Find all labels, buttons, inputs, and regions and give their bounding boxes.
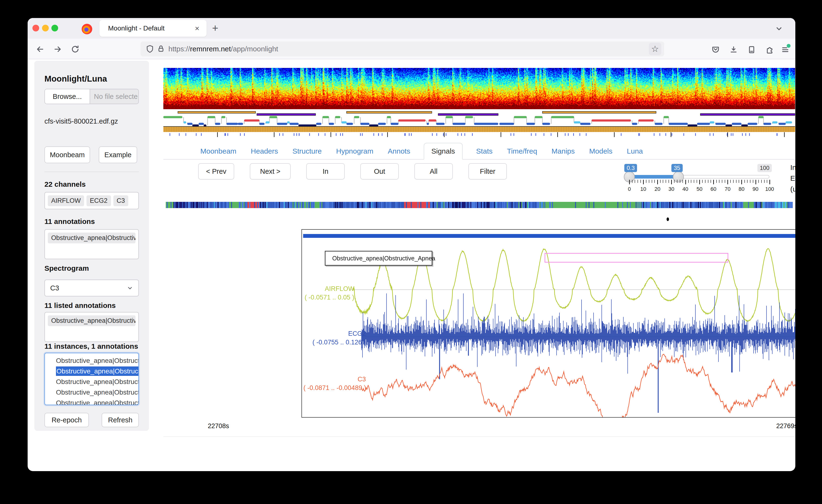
interval-bar [303,234,795,238]
annotation-tick-strip [163,132,795,137]
chevron-down-icon [126,284,133,292]
channel-chip[interactable]: AIRFLOW [48,195,84,206]
annotation-legend: Obstructive_apnea|Obstructive_Apnea [325,251,432,266]
file-placeholder: No file selecte [90,89,138,104]
epoch-line: Epoch(s): 757 - 759 [790,173,795,184]
slider-fill [629,175,678,179]
fullscreen-window-button[interactable] [51,25,58,31]
listed-annotations-box[interactable]: Obstructive_apnea|Obstructiv [44,312,139,342]
slider-tick-label: 90 [753,186,758,192]
slider-tick-label: 0 [628,186,631,192]
annotations-box[interactable]: Obstructive_apnea|Obstructiv [44,229,139,259]
channels-header: 22 channels [44,180,86,188]
annotations-header: 11 annotations [44,217,95,226]
loaded-filename: cfs-visit5-800021.edf.gz [44,117,118,125]
moonbeam-button[interactable]: Moonbeam [44,146,90,163]
reepoch-button[interactable]: Re-epoch [44,413,89,427]
x-axis-start-label: 22708s [208,422,229,430]
tab-luna[interactable]: Luna [626,143,644,159]
signal-controls: < Prev Next > In Out All Filter [198,163,507,180]
slider-tick-label: 30 [669,186,674,192]
firefox-logo-icon [82,24,92,34]
c3-channel-label: C3( -0.0871 .. -0.00489 ) [303,375,366,392]
selected-channel: C3 [50,284,59,292]
interval-line: Interval: 22708 - 22769 ( 61 secs ) [790,162,795,173]
slider-major-ticks [629,180,770,184]
filter-button[interactable]: Filter [468,163,507,180]
slider-max-badge: 100 [757,164,772,172]
channel-chip[interactable]: C3 [113,195,128,206]
signals-plot[interactable]: Obstructive_apnea|Obstructive_Apnea AIRF… [302,229,795,418]
prev-button[interactable]: < Prev [198,163,234,180]
example-button[interactable]: Example [99,146,137,163]
tab-moonbeam[interactable]: Moonbeam [199,143,237,159]
channels-box[interactable]: AIRFLOWECG2C3 [44,192,139,209]
main-panel: Moonbeam Headers Structure Hypnogram Ann… [163,18,795,471]
legend-label: Obstructive_apnea|Obstructive_Apnea [332,255,435,262]
slider-tick-label: 20 [655,186,660,192]
position-marker-dot [667,217,669,221]
slider-tick-label: 60 [711,186,716,192]
tab-stats[interactable]: Stats [475,143,493,159]
tab-annots[interactable]: Annots [387,143,411,159]
instance-item[interactable]: Obstructive_apnea|Obstructi [45,377,138,387]
spectrogram-channel-select[interactable]: C3 [44,280,139,296]
annotation-instance-box [544,253,728,263]
listed-annotations-header: 11 listed annotations [44,301,116,310]
tab-manips[interactable]: Manips [550,143,576,159]
slider-high-badge: 35 [672,164,683,172]
hypnogram-strip[interactable] [163,110,795,126]
whole-night-spectrogram[interactable] [163,68,795,109]
tab-timefreq[interactable]: Time/freq [506,143,538,159]
view-tabs: Moonbeam Headers Structure Hypnogram Ann… [163,142,795,160]
slider-tick-label: 40 [683,186,688,192]
instance-item[interactable]: Obstructive_apnea|Obstructi [45,387,138,398]
zoom-out-button[interactable]: Out [360,163,399,180]
instance-item[interactable]: Obstructive_apnea|Obstructi [45,398,138,405]
forward-icon[interactable] [52,44,63,54]
stage-color-band[interactable] [166,202,793,208]
close-window-button[interactable] [32,25,39,31]
next-button[interactable]: Next > [250,163,291,180]
sidebar: Moonlight/Luna Browse... No file selecte… [34,61,149,431]
range-slider: 0.3 35 100 0 10 20 30 40 50 60 70 80 90 … [626,162,773,191]
filter-state-line: (unfiltered) [790,184,795,194]
channel-chip[interactable]: ECG2 [86,195,111,206]
file-input[interactable]: Browse... No file selecte [44,89,139,104]
slider-tick-label: 50 [697,186,702,192]
zoom-in-button[interactable]: In [306,163,345,180]
app-title: Moonlight/Luna [44,74,107,84]
density-band [163,126,795,132]
reload-icon[interactable] [70,44,80,54]
spectrogram-header: Spectrogram [44,264,89,272]
sidebar-divider [44,172,139,172]
slider-low-badge: 0.3 [624,164,637,172]
instances-header: 11 instances, 1 annotations [44,342,138,350]
tab-structure[interactable]: Structure [292,143,323,159]
shield-icon[interactable] [146,45,154,53]
refresh-button[interactable]: Refresh [102,413,139,427]
back-icon[interactable] [35,44,45,54]
tab-hypnogram[interactable]: Hypnogram [335,143,374,159]
slider-tick-label: 80 [739,186,744,192]
tab-headers[interactable]: Headers [250,143,279,159]
slider-tick-label: 100 [765,186,774,192]
interval-info: Interval: 22708 - 22769 ( 61 secs ) Epoc… [790,162,795,194]
listed-annotation-chip[interactable]: Obstructive_apnea|Obstructiv [48,315,135,326]
browse-button[interactable]: Browse... [45,89,90,104]
all-button[interactable]: All [414,163,453,180]
tab-models[interactable]: Models [588,143,613,159]
instances-listbox[interactable]: Obstructive_apnea|Obstructi Obstructive_… [44,353,139,405]
airflow-channel-label: AIRFLOW( -0.0571 .. 0.05 ) [303,284,354,302]
instance-item-selected[interactable]: Obstructive_apnea|Obstruc [45,366,138,377]
ecg2-channel-label: ECG2( -0.0755 .. 0.126 ) [303,329,366,347]
x-axis-end-label: 22769s [750,422,795,430]
tab-signals-active[interactable]: Signals [424,143,463,160]
instance-item[interactable]: Obstructive_apnea|Obstructi [45,356,138,366]
minimize-window-button[interactable] [42,25,49,31]
annotation-chip[interactable]: Obstructive_apnea|Obstructiv [48,233,135,243]
slider-tick-label: 70 [725,186,731,192]
slider-tick-label: 10 [641,186,646,192]
bottom-divider [163,436,795,437]
browser-window: Moonlight - Default × + https://remnrem.… [28,18,795,471]
